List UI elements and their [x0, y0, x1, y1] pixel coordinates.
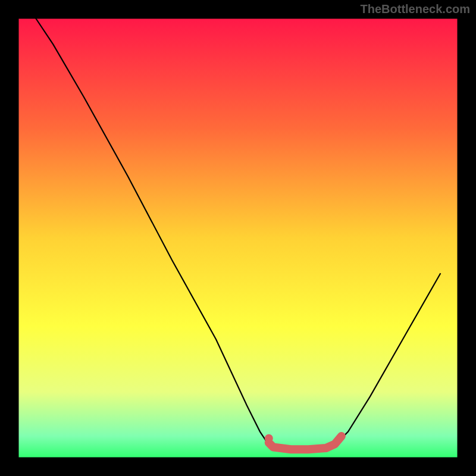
chart-svg — [0, 0, 476, 476]
optimal-zone-marker-dot — [265, 434, 273, 443]
bottleneck-chart — [0, 0, 476, 476]
plot-background — [18, 18, 458, 458]
watermark-text: TheBottleneck.com — [361, 2, 470, 16]
